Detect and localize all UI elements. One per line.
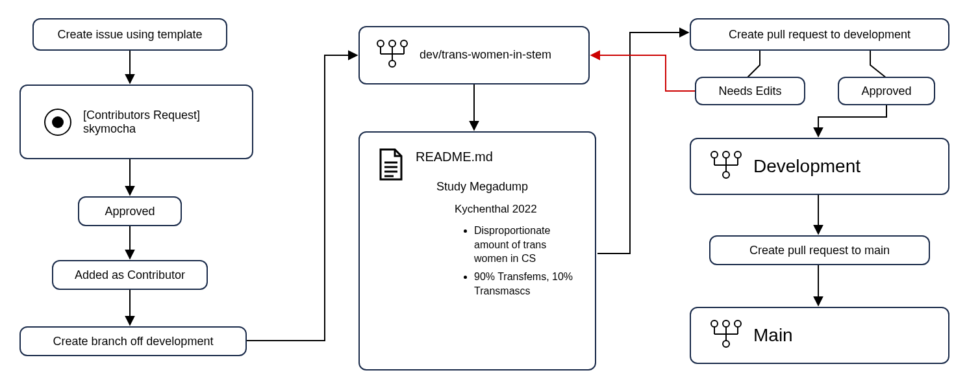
readme-title: README.md bbox=[416, 148, 579, 166]
label: Main bbox=[753, 325, 793, 346]
svg-point-14 bbox=[389, 60, 396, 67]
node-development-branch: Development bbox=[690, 138, 949, 195]
svg-point-29 bbox=[735, 320, 741, 327]
readme-bullet: Disproportionate amount of trans women i… bbox=[474, 224, 579, 266]
node-readme: README.md Study Megadump Kychenthal 2022… bbox=[358, 131, 596, 370]
svg-point-21 bbox=[735, 151, 741, 158]
node-pr-main: Create pull request to main bbox=[709, 235, 930, 265]
label: Needs Edits bbox=[718, 84, 781, 98]
label: dev/trans-women-in-stem bbox=[420, 48, 551, 62]
record-icon bbox=[44, 109, 71, 136]
label: Approved bbox=[861, 84, 911, 98]
label: Development bbox=[753, 156, 861, 177]
node-contributors-request: [Contributors Request] skymocha bbox=[19, 84, 253, 159]
label: Create issue using template bbox=[57, 28, 202, 42]
file-icon bbox=[378, 148, 404, 184]
svg-point-28 bbox=[723, 320, 729, 327]
label: Create pull request to development bbox=[729, 28, 911, 42]
node-added-contributor: Added as Contributor bbox=[52, 260, 208, 290]
node-create-branch: Create branch off development bbox=[19, 326, 247, 356]
node-approved-2: Approved bbox=[838, 77, 935, 105]
label: [Contributors Request] skymocha bbox=[83, 109, 232, 136]
readme-h3: Kychenthal 2022 bbox=[455, 202, 579, 217]
branch-icon bbox=[375, 40, 409, 72]
svg-point-7 bbox=[377, 40, 384, 47]
node-pr-development: Create pull request to development bbox=[690, 18, 949, 51]
node-approved-1: Approved bbox=[78, 196, 182, 226]
readme-h2: Study Megadump bbox=[436, 179, 579, 194]
label: Create branch off development bbox=[53, 335, 214, 348]
svg-point-27 bbox=[711, 320, 718, 327]
svg-point-8 bbox=[389, 40, 396, 47]
node-create-issue: Create issue using template bbox=[32, 18, 227, 51]
readme-body: README.md Study Megadump Kychenthal 2022… bbox=[416, 148, 579, 302]
svg-point-19 bbox=[711, 151, 718, 158]
branch-icon bbox=[709, 151, 743, 183]
svg-point-20 bbox=[723, 151, 729, 158]
node-main-branch: Main bbox=[690, 307, 949, 364]
label: Create pull request to main bbox=[749, 244, 890, 257]
svg-point-34 bbox=[723, 341, 729, 347]
label: Added as Contributor bbox=[75, 268, 185, 282]
node-needs-edits: Needs Edits bbox=[695, 77, 805, 105]
svg-point-26 bbox=[723, 172, 729, 178]
branch-icon bbox=[709, 320, 743, 352]
node-dev-branch: dev/trans-women-in-stem bbox=[358, 26, 590, 84]
readme-bullet: 90% Transfems, 10% Transmascs bbox=[474, 270, 579, 298]
svg-point-9 bbox=[401, 40, 407, 47]
label: Approved bbox=[105, 205, 155, 218]
